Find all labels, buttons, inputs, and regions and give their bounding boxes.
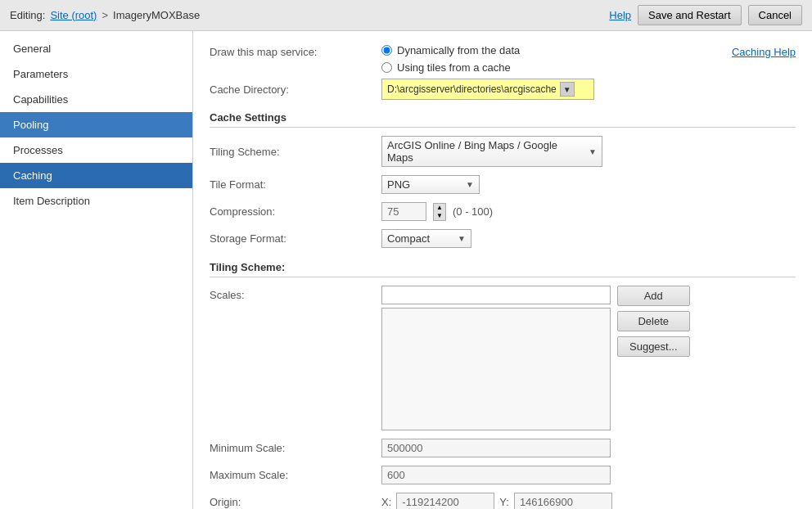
tile-format-row: Tile Format: PNG ▼ bbox=[210, 175, 796, 194]
add-scale-button[interactable]: Add bbox=[617, 286, 690, 306]
content-area: Draw this map service: Dynamically from … bbox=[193, 31, 812, 509]
service-name: ImageryMOXBase bbox=[113, 9, 200, 21]
storage-format-row: Storage Format: Compact ▼ bbox=[210, 229, 796, 248]
tiling-scheme-select[interactable]: ArcGIS Online / Bing Maps / Google Maps … bbox=[381, 136, 602, 167]
caching-help-link[interactable]: Caching Help bbox=[732, 46, 796, 58]
storage-format-label: Storage Format: bbox=[210, 232, 381, 245]
sidebar-item-parameters[interactable]: Parameters bbox=[0, 61, 192, 87]
main-layout: General Parameters Capabilities Pooling … bbox=[0, 31, 812, 509]
compression-up-btn[interactable]: ▲ bbox=[434, 204, 445, 212]
origin-x-label: X: bbox=[381, 496, 391, 508]
cache-directory-input-container[interactable]: D:\arcgisserver\directories\arcgiscache … bbox=[381, 79, 594, 100]
maximum-scale-control bbox=[381, 466, 796, 484]
sidebar-item-pooling[interactable]: Pooling bbox=[0, 112, 192, 137]
scales-row: Scales: Add Delete Suggest... bbox=[210, 286, 796, 430]
scales-buttons: Add Delete Suggest... bbox=[617, 286, 690, 357]
suggest-scale-button[interactable]: Suggest... bbox=[617, 336, 690, 357]
tiling-scheme-value: ArcGIS Online / Bing Maps / Google Maps bbox=[387, 139, 585, 164]
tiling-scheme-section-heading: Tiling Scheme: bbox=[210, 261, 796, 277]
storage-format-value: Compact bbox=[387, 232, 430, 245]
scales-list-container bbox=[381, 286, 611, 430]
cache-directory-label: Cache Directory: bbox=[210, 83, 381, 96]
compression-label: Compression: bbox=[210, 205, 381, 218]
site-root-link[interactable]: Site (root) bbox=[50, 9, 97, 21]
maximum-scale-input[interactable] bbox=[381, 466, 611, 484]
compression-row: Compression: ▲ ▼ (0 - 100) bbox=[210, 202, 796, 221]
scales-list[interactable] bbox=[381, 308, 611, 430]
save-restart-button[interactable]: Save and Restart bbox=[638, 5, 741, 25]
radio-tiles[interactable] bbox=[381, 62, 392, 73]
help-button[interactable]: Help bbox=[609, 9, 631, 21]
radio-dynamic-row: Dynamically from the data bbox=[381, 44, 520, 56]
maximum-scale-label: Maximum Scale: bbox=[210, 469, 381, 481]
scales-control: Add Delete Suggest... bbox=[381, 286, 796, 430]
origin-y-label: Y: bbox=[499, 496, 509, 508]
radio-tiles-row: Using tiles from a cache bbox=[381, 61, 511, 74]
draw-map-service-controls: Dynamically from the data Using tiles fr… bbox=[381, 44, 732, 74]
origin-row: Origin: X: Y: bbox=[210, 493, 796, 509]
radio-dynamic-label: Dynamically from the data bbox=[397, 44, 520, 56]
storage-format-control: Compact ▼ bbox=[381, 229, 796, 248]
minimum-scale-control bbox=[381, 439, 796, 457]
breadcrumb-separator: > bbox=[102, 9, 108, 21]
sidebar-item-capabilities[interactable]: Capabilities bbox=[0, 87, 192, 112]
storage-format-select[interactable]: Compact ▼ bbox=[381, 229, 471, 248]
draw-map-service-row: Draw this map service: Dynamically from … bbox=[210, 44, 796, 74]
origin-control: X: Y: bbox=[381, 493, 796, 509]
tile-format-label: Tile Format: bbox=[210, 178, 381, 191]
minimum-scale-label: Minimum Scale: bbox=[210, 442, 381, 454]
tile-format-select[interactable]: PNG ▼ bbox=[381, 175, 480, 194]
sidebar-item-processes[interactable]: Processes bbox=[0, 137, 192, 163]
sidebar-item-item-description[interactable]: Item Description bbox=[0, 188, 192, 214]
sidebar: General Parameters Capabilities Pooling … bbox=[0, 31, 193, 509]
editing-label: Editing: bbox=[10, 9, 45, 21]
radio-dynamic[interactable] bbox=[381, 45, 392, 56]
scales-label: Scales: bbox=[210, 286, 381, 301]
cancel-button[interactable]: Cancel bbox=[748, 5, 802, 25]
tiling-scheme-label: Tiling Scheme: bbox=[210, 146, 381, 158]
tiling-scheme-row: Tiling Scheme: ArcGIS Online / Bing Maps… bbox=[210, 136, 796, 167]
breadcrumb: Editing: Site (root) > ImageryMOXBase bbox=[10, 9, 200, 21]
tile-format-control: PNG ▼ bbox=[381, 175, 796, 194]
tile-format-arrow-icon: ▼ bbox=[466, 180, 474, 189]
cache-directory-dropdown-btn[interactable]: ▼ bbox=[560, 82, 575, 97]
tiling-scheme-control: ArcGIS Online / Bing Maps / Google Maps … bbox=[381, 136, 796, 167]
compression-down-btn[interactable]: ▼ bbox=[434, 212, 445, 220]
tile-format-value: PNG bbox=[387, 178, 410, 191]
scales-area: Add Delete Suggest... bbox=[381, 286, 690, 430]
minimum-scale-row: Minimum Scale: bbox=[210, 439, 796, 457]
header: Editing: Site (root) > ImageryMOXBase He… bbox=[0, 0, 812, 31]
compression-input[interactable] bbox=[381, 202, 426, 221]
origin-fields: X: Y: bbox=[381, 493, 612, 509]
origin-label: Origin: bbox=[210, 496, 381, 508]
cache-directory-value: D:\arcgisserver\directories\arcgiscache bbox=[387, 83, 557, 95]
radio-tiles-label: Using tiles from a cache bbox=[397, 61, 511, 74]
maximum-scale-row: Maximum Scale: bbox=[210, 466, 796, 484]
tiling-scheme-arrow-icon: ▼ bbox=[589, 147, 597, 156]
minimum-scale-input[interactable] bbox=[381, 439, 611, 457]
compression-spinner: ▲ ▼ bbox=[433, 203, 446, 221]
storage-format-arrow-icon: ▼ bbox=[458, 234, 466, 243]
origin-x-input[interactable] bbox=[396, 493, 494, 509]
compression-range: (0 - 100) bbox=[453, 205, 493, 218]
origin-y-input[interactable] bbox=[514, 493, 612, 509]
cache-directory-control: D:\arcgisserver\directories\arcgiscache … bbox=[381, 79, 796, 100]
draw-map-service-label: Draw this map service: bbox=[210, 44, 381, 58]
sidebar-item-caching[interactable]: Caching bbox=[0, 163, 192, 188]
scales-text-input[interactable] bbox=[381, 286, 611, 304]
compression-control: ▲ ▼ (0 - 100) bbox=[381, 202, 796, 221]
sidebar-item-general[interactable]: General bbox=[0, 36, 192, 61]
cache-settings-heading: Cache Settings bbox=[210, 111, 796, 128]
header-actions: Help Save and Restart Cancel bbox=[609, 5, 802, 25]
cache-directory-row: Cache Directory: D:\arcgisserver\directo… bbox=[210, 79, 796, 100]
delete-scale-button[interactable]: Delete bbox=[617, 311, 690, 331]
